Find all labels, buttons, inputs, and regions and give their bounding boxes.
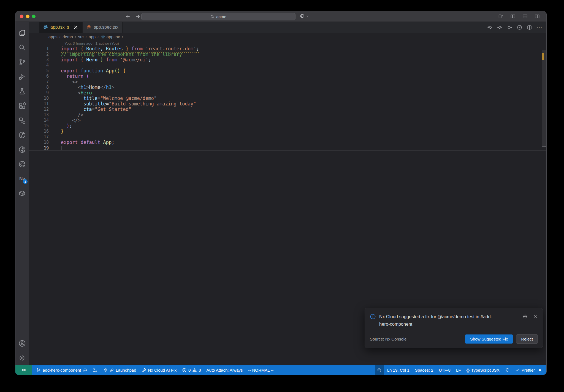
ellipsis-icon[interactable]: ··· <box>537 24 543 30</box>
status-encoding[interactable]: UTF-8 <box>436 365 453 375</box>
status-indentation[interactable]: Spaces: 2 <box>413 365 436 375</box>
panel-left-icon[interactable] <box>510 14 516 19</box>
nav-back-circle-icon[interactable] <box>487 25 492 30</box>
notification-settings-gear-icon[interactable] <box>522 314 528 319</box>
code-line-9[interactable]: 9 <Hero <box>29 90 546 96</box>
traffic-lights <box>20 15 36 18</box>
close-window-button[interactable] <box>20 15 23 18</box>
line-number: 15 <box>29 123 49 129</box>
status-gitlens-graph[interactable] <box>91 365 100 375</box>
command-center-search[interactable]: acme <box>141 13 295 20</box>
status-eol[interactable]: LF <box>454 365 463 375</box>
nav-dot-circle-icon[interactable] <box>497 25 502 30</box>
status-git-branch[interactable]: add-hero-component <box>34 365 90 375</box>
status-prettier[interactable]: Prettier <box>513 365 537 375</box>
code-line-19[interactable]: 19 <box>29 145 546 151</box>
status-right-group: Ln 19, Col 1Spaces: 2UTF-8LF{}TypeScript… <box>373 365 546 375</box>
code-line-10[interactable]: 10 title="Welcmoe @acme/demo" <box>29 96 546 101</box>
status-vim-mode[interactable]: -- NORMAL -- <box>246 365 276 375</box>
layout-icon[interactable] <box>498 14 503 19</box>
code-line-2[interactable]: 2// importing the component from the lib… <box>29 51 546 57</box>
notification-dot-badge <box>539 369 541 371</box>
copilot-icon[interactable] <box>300 13 305 19</box>
gitlens-blame: You, 3 hours ago | 1 author (You) <box>29 41 546 46</box>
tab-app-tsx[interactable]: app.tsx3 <box>39 22 83 33</box>
status-notifications-bell[interactable] <box>538 365 543 375</box>
status-problems[interactable]: 03 <box>180 365 203 375</box>
zoom-out-icon <box>377 368 382 372</box>
notification-close-icon[interactable] <box>533 314 538 319</box>
code-line-3[interactable]: 3import { Hero } from '@acme/ui'; <box>29 57 546 62</box>
minimize-window-button[interactable] <box>26 15 29 18</box>
sidebar-item-nx-console[interactable]: N>1 <box>15 172 29 186</box>
sidebar-item-extensions[interactable] <box>15 99 29 113</box>
sidebar-item-accounts[interactable] <box>15 336 29 351</box>
status-language-mode[interactable]: {}TypeScript JSX <box>464 365 501 375</box>
code-line-14[interactable]: 14 </> <box>29 118 546 123</box>
code-line-12[interactable]: 12 cta="Get Started" <box>29 107 546 112</box>
container-icon <box>18 190 26 197</box>
link-icon <box>109 368 114 372</box>
breadcrumb-item[interactable]: src <box>78 34 83 39</box>
wrench-icon <box>142 368 147 372</box>
scrollbar-thumb[interactable] <box>542 50 546 147</box>
sidebar-item-testing[interactable] <box>15 84 29 99</box>
history-forward-icon[interactable] <box>135 14 140 19</box>
code-line-15[interactable]: 15 ); <box>29 123 546 129</box>
breadcrumb-item[interactable]: app.tsx <box>101 34 120 39</box>
code-line-16[interactable]: 16} <box>29 129 546 134</box>
status-zoom-indicator[interactable] <box>375 365 384 375</box>
code-line-4[interactable]: 4 <box>29 62 546 68</box>
maximize-window-button[interactable] <box>32 15 36 18</box>
code-line-11[interactable]: 11 subtitle="Build something amazing tod… <box>29 101 546 107</box>
show-suggested-fix-button[interactable]: Show Suggested Fix <box>465 334 513 344</box>
panel-bottom-icon[interactable] <box>522 14 528 19</box>
text-cursor <box>61 146 61 150</box>
sidebar-item-search[interactable] <box>15 40 29 55</box>
sidebar-item-gitlens-inspect[interactable] <box>15 142 29 157</box>
breadcrumb-item[interactable]: app <box>89 34 96 39</box>
run-circle-icon[interactable] <box>517 25 522 30</box>
scm-icon <box>18 58 26 66</box>
sidebar-item-edge-tools[interactable] <box>15 157 29 172</box>
tab-app-spec-tsx[interactable]: app.spec.tsx <box>83 22 123 33</box>
status-nx-cloud-ai-fix[interactable]: Nx Cloud AI Fix <box>140 365 179 375</box>
sidebar-item-explorer[interactable] <box>15 26 29 40</box>
status-remote-indicator[interactable]: >< <box>15 365 32 375</box>
breadcrumb: apps›demo›src›app›app.tsx›... <box>29 33 546 40</box>
code-line-18[interactable]: 18export default App; <box>29 140 546 145</box>
search-value: acme <box>216 14 226 19</box>
reject-button[interactable]: Reject <box>516 334 538 344</box>
close-tab-icon[interactable] <box>73 24 78 30</box>
history-back-icon[interactable] <box>125 14 131 19</box>
breadcrumb-item[interactable]: ... <box>125 34 129 39</box>
sidebar-item-settings[interactable] <box>15 351 29 365</box>
split-editor-icon[interactable] <box>527 25 532 30</box>
breadcrumb-item[interactable]: demo <box>63 34 73 39</box>
status-copilot-status[interactable] <box>503 365 512 375</box>
code-line-5[interactable]: 5export function App() { <box>29 68 546 74</box>
status-launchpad[interactable]: Launchpad <box>101 365 138 375</box>
files-icon <box>18 29 26 37</box>
status-cursor-position[interactable]: Ln 19, Col 1 <box>385 365 412 375</box>
code-line-7[interactable]: 7 <> <box>29 79 546 85</box>
editor[interactable]: You, 3 hours ago | 1 author (You) 1impor… <box>29 40 546 365</box>
sidebar-item-gitlens[interactable] <box>15 128 29 142</box>
code-line-8[interactable]: 8 <h1>Home</h1> <box>29 85 546 90</box>
activity-badge: 1 <box>23 179 28 184</box>
status-auto-attach[interactable]: Auto Attach: Always <box>204 365 245 375</box>
sidebar-item-containers[interactable] <box>15 186 29 201</box>
breadcrumb-item[interactable]: apps <box>48 34 58 39</box>
code-line-1[interactable]: 1import { Route, Routes } from 'react-ro… <box>29 46 546 51</box>
panel-right-icon[interactable] <box>535 14 540 19</box>
code-line-6[interactable]: 6 return ( <box>29 74 546 79</box>
chevron-down-icon[interactable] <box>306 14 309 18</box>
sidebar-item-source-control[interactable] <box>15 55 29 69</box>
edge-icon <box>18 160 26 168</box>
sidebar-item-references[interactable] <box>15 113 29 128</box>
code-line-13[interactable]: 13 /> <box>29 112 546 118</box>
copilot-icon <box>505 368 510 372</box>
sidebar-item-run-and-debug[interactable] <box>15 69 29 84</box>
code-line-17[interactable]: 17 <box>29 134 546 140</box>
nav-forward-circle-icon[interactable] <box>507 25 512 30</box>
